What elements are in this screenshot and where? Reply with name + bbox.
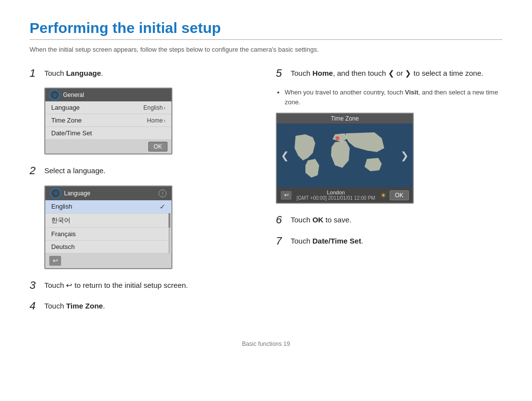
tz-chevron-right-icon[interactable]: ❯ xyxy=(400,150,409,161)
step-6-number: 6 xyxy=(276,214,287,226)
step-6-text: Touch OK to save. xyxy=(291,214,351,226)
step-1-text: Touch Language. xyxy=(44,67,103,79)
info-icon: i xyxy=(159,189,166,197)
step-2-number: 2 xyxy=(30,164,40,177)
tz-ok-button[interactable]: OK xyxy=(390,190,409,200)
step-5-bold: Home xyxy=(312,69,333,77)
scrollbar xyxy=(168,213,170,253)
tz-chevron-left-icon[interactable]: ❮ xyxy=(281,150,289,161)
step-5-text: Touch Home, and then touch ❮ or ❯ to sel… xyxy=(291,67,483,79)
lang-french: Français xyxy=(51,230,76,238)
right-column: 5 Touch Home, and then touch ❮ or ❯ to s… xyxy=(276,67,502,321)
screen1-header-label: General xyxy=(63,92,84,98)
step-3-number: 3 xyxy=(30,279,40,292)
tz-map: ❮ xyxy=(277,123,413,187)
step-4-number: 4 xyxy=(30,300,40,312)
step-2-text: Select a language. xyxy=(44,164,105,177)
step-4-bold: Time Zone xyxy=(66,302,103,310)
step-2-block: 2 Select a language. ⚙ Language i Eng xyxy=(30,164,256,269)
lang-row-korean[interactable]: 한국어 xyxy=(45,214,171,228)
step-1-number: 1 xyxy=(30,67,40,80)
step-7-text: Touch Date/Time Set. xyxy=(291,235,363,247)
visit-bold: Visit xyxy=(405,89,418,96)
ok-button-screen1[interactable]: OK xyxy=(148,142,167,152)
back-button-screen2[interactable]: ↩ xyxy=(49,256,61,266)
step-6: 6 Touch OK to save. xyxy=(276,214,502,226)
step-5-number: 5 xyxy=(276,67,287,80)
footer: Basic functions 19 xyxy=(30,340,502,347)
general-settings-screen: ⚙ General Language English › Time Zone H… xyxy=(44,88,172,154)
screen2-footer: ↩ xyxy=(45,253,171,268)
step-6-bold: OK xyxy=(312,216,324,224)
tz-city: London xyxy=(327,189,345,195)
step-1-bold: Language xyxy=(66,69,101,77)
sun-icon: ☀ xyxy=(380,191,387,199)
step-5-bullets: When you travel to another country, touc… xyxy=(285,88,502,107)
svg-point-1 xyxy=(335,136,339,140)
screen1-row-language: Language English › xyxy=(45,101,171,114)
screen2-header: ⚙ Language i xyxy=(45,186,171,200)
timezone-label: Time Zone xyxy=(51,117,147,124)
screen1-ok-bar: OK xyxy=(45,140,171,154)
checkmark-icon: ✓ xyxy=(160,203,166,211)
screen1-header: ⚙ General xyxy=(45,89,171,101)
scrollbar-thumb xyxy=(168,213,170,228)
step-7-number: 7 xyxy=(276,235,287,247)
lang-row-english[interactable]: English ✓ xyxy=(45,200,171,214)
step-5: 5 Touch Home, and then touch ❮ or ❯ to s… xyxy=(276,67,502,80)
chevron-right-icon: › xyxy=(164,105,166,111)
step-4-text: Touch Time Zone. xyxy=(44,300,105,312)
step-1-block: 1 Touch Language. ⚙ General Language Eng… xyxy=(30,67,256,154)
timezone-value: Home › xyxy=(147,117,166,124)
step-7-bold: Date/Time Set xyxy=(312,237,361,245)
step-7: 7 Touch Date/Time Set. xyxy=(276,235,502,247)
step-4: 4 Touch Time Zone. xyxy=(30,300,256,312)
step-5-bullet-1: When you travel to another country, touc… xyxy=(285,88,502,107)
gear-icon: ⚙ xyxy=(49,90,60,100)
step-2: 2 Select a language. xyxy=(30,164,256,177)
timezone-screen: Time Zone ❮ xyxy=(276,113,414,204)
lang-row-french[interactable]: Français xyxy=(45,228,171,241)
tz-time: [GMT +00:00] 2011/01/01 12:00 PM xyxy=(297,195,375,201)
lang-german: Deutsch xyxy=(51,243,75,250)
step-1: 1 Touch Language. xyxy=(30,67,256,80)
tz-back-button[interactable]: ↩ xyxy=(281,191,292,200)
lang-english: English xyxy=(51,203,72,210)
left-column: 1 Touch Language. ⚙ General Language Eng… xyxy=(30,67,256,321)
lang-row-german[interactable]: Deutsch xyxy=(45,241,171,253)
page-title: Performing the initial setup xyxy=(30,20,502,36)
tz-header: Time Zone xyxy=(277,114,413,123)
language-label: Language xyxy=(51,104,143,111)
world-map xyxy=(291,128,399,183)
page-divider xyxy=(30,39,502,40)
language-select-screen: ⚙ Language i English ✓ 한국어 França xyxy=(44,185,172,269)
tz-footer: ↩ London [GMT +00:00] 2011/01/01 12:00 P… xyxy=(277,187,413,203)
page-subtitle: When the initial setup screen appears, f… xyxy=(30,46,502,53)
step-3: 3 Touch ↩ to return to the initial setup… xyxy=(30,279,256,292)
gear-icon-2: ⚙ xyxy=(50,188,61,199)
tz-info: London [GMT +00:00] 2011/01/01 12:00 PM xyxy=(295,189,377,201)
screen1-row-datetime: Date/Time Set xyxy=(45,127,171,140)
language-value: English › xyxy=(143,104,166,111)
datetime-label: Date/Time Set xyxy=(51,129,166,137)
chevron-right-icon-2: › xyxy=(164,118,166,123)
lang-korean: 한국어 xyxy=(51,216,70,225)
screen2-header-label: Language xyxy=(64,190,90,197)
step-5-block: 5 Touch Home, and then touch ❮ or ❯ to s… xyxy=(276,67,502,204)
screen1-row-timezone: Time Zone Home › xyxy=(45,114,171,127)
step-3-text: Touch ↩ to return to the initial setup s… xyxy=(44,279,188,291)
